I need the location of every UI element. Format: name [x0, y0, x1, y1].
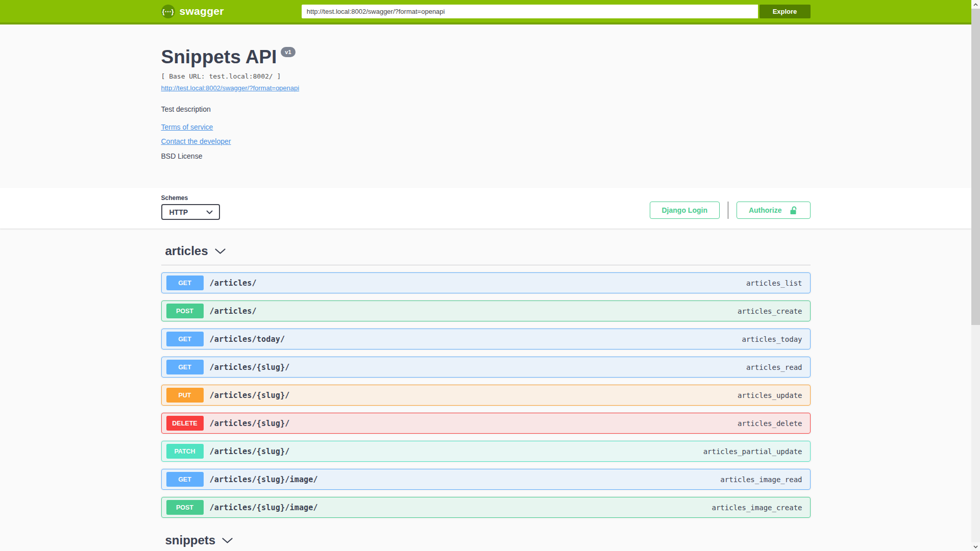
schemes-label: Schemes: [161, 194, 220, 202]
chevron-down-icon[interactable]: [222, 538, 233, 543]
base-url-text: [ Base URL: test.local:8002/ ]: [161, 72, 811, 80]
authorize-button[interactable]: Authorize: [737, 202, 811, 219]
api-tag-section: articles GET /articles/ articles_list PO…: [161, 242, 811, 518]
contact-developer-link[interactable]: Contact the developer: [161, 137, 231, 145]
schemes-selected-value: HTTP: [169, 208, 188, 216]
scrollbar-down-arrow[interactable]: [971, 542, 980, 551]
operation-path: /articles/{slug}/: [210, 419, 290, 428]
operation-row[interactable]: PUT /articles/{slug}/ articles_update: [161, 385, 811, 406]
operation-id: articles_update: [738, 391, 802, 399]
scrollbar[interactable]: [971, 0, 980, 551]
method-badge: PUT: [166, 388, 204, 403]
api-tag-section: snippets GET /snippets/ snippets_list: [161, 531, 811, 551]
operation-path: /articles/: [210, 307, 257, 316]
api-description: Test description: [161, 105, 811, 113]
operation-row[interactable]: POST /articles/ articles_create: [161, 300, 811, 321]
operation-row[interactable]: GET /articles/ articles_list: [161, 272, 811, 293]
schemes-select[interactable]: HTTP: [161, 204, 220, 220]
section-title: articles: [165, 244, 208, 258]
operation-id: articles_create: [738, 307, 802, 315]
api-title: Snippets API: [161, 46, 277, 67]
operation-path: /articles/today/: [210, 335, 285, 344]
swagger-logo-icon: {⋯}: [161, 5, 175, 18]
operation-id: articles_today: [742, 335, 802, 343]
scrollbar-thumb[interactable]: [971, 9, 980, 325]
topbar: {⋯} swagger Explore: [0, 0, 971, 24]
button-divider: [727, 202, 729, 219]
scheme-container: Schemes HTTP Django Login Authorize: [0, 188, 971, 229]
section-header[interactable]: articles: [161, 242, 811, 265]
operation-id: articles_read: [746, 363, 802, 371]
version-badge: v1: [281, 47, 295, 57]
chevron-down-icon: [206, 210, 213, 214]
spec-url-input[interactable]: [302, 5, 758, 18]
method-badge: DELETE: [166, 416, 204, 431]
spec-link[interactable]: http://test.local:8002/swagger/?format=o…: [161, 84, 300, 92]
unlocked-padlock-icon: [788, 205, 798, 215]
swagger-logo[interactable]: {⋯} swagger: [161, 5, 224, 18]
auth-wrapper: Django Login Authorize: [650, 202, 811, 220]
terms-of-service-link[interactable]: Terms of service: [161, 123, 213, 131]
django-login-button[interactable]: Django Login: [650, 202, 720, 219]
operation-path: /articles/{slug}/: [210, 391, 290, 400]
authorize-label: Authorize: [749, 206, 782, 214]
method-badge: GET: [166, 360, 204, 374]
operation-id: articles_image_create: [712, 504, 802, 512]
chevron-down-icon: [973, 545, 978, 548]
operation-path: /articles/{slug}/image/: [210, 475, 318, 484]
title-row: Snippets APIv1: [161, 46, 811, 68]
license-text: BSD License: [161, 152, 811, 160]
operations-list: GET /articles/ articles_list POST /artic…: [161, 272, 811, 518]
django-login-label: Django Login: [662, 206, 707, 214]
section-title: snippets: [165, 533, 216, 547]
chevron-down-icon[interactable]: [215, 248, 226, 254]
method-badge: GET: [166, 332, 204, 346]
section-header[interactable]: snippets: [161, 531, 811, 551]
operation-id: articles_partial_update: [703, 447, 802, 456]
chevron-up-icon: [973, 3, 978, 6]
swagger-ui-page: {⋯} swagger Explore Snippets APIv1 [ Bas…: [0, 0, 971, 551]
operation-row[interactable]: GET /articles/{slug}/image/ articles_ima…: [161, 469, 811, 490]
scrollbar-up-arrow[interactable]: [971, 0, 980, 9]
method-badge: POST: [166, 500, 204, 515]
operation-row[interactable]: GET /articles/{slug}/ articles_read: [161, 357, 811, 378]
operation-path: /articles/{slug}/: [210, 447, 290, 456]
schemes-block: Schemes HTTP: [161, 194, 220, 220]
swagger-logo-text: swagger: [180, 5, 224, 17]
operation-path: /articles/{slug}/: [210, 363, 290, 372]
operation-row[interactable]: PATCH /articles/{slug}/ articles_partial…: [161, 441, 811, 462]
operation-id: articles_list: [746, 279, 802, 287]
operation-id: articles_delete: [738, 419, 802, 428]
operation-id: articles_image_read: [720, 475, 802, 484]
operations-container: articles GET /articles/ articles_list PO…: [161, 242, 811, 551]
method-badge: POST: [166, 304, 204, 318]
method-badge: PATCH: [166, 444, 204, 459]
api-info-section: Snippets APIv1 [ Base URL: test.local:80…: [0, 24, 971, 188]
explore-button[interactable]: Explore: [760, 5, 811, 18]
method-badge: GET: [166, 276, 204, 290]
operation-row[interactable]: GET /articles/today/ articles_today: [161, 329, 811, 349]
operation-path: /articles/: [210, 279, 257, 288]
method-badge: GET: [166, 472, 204, 487]
operation-row[interactable]: POST /articles/{slug}/image/ articles_im…: [161, 497, 811, 518]
operation-path: /articles/{slug}/image/: [210, 503, 318, 512]
operation-row[interactable]: DELETE /articles/{slug}/ articles_delete: [161, 413, 811, 434]
